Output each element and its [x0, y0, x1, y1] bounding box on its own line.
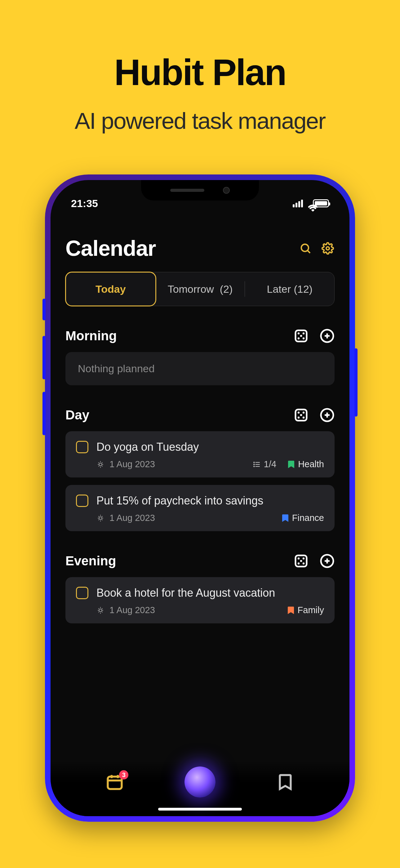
gear-icon — [322, 242, 334, 254]
svg-point-47 — [303, 558, 304, 559]
svg-point-6 — [300, 335, 302, 337]
sun-icon — [96, 606, 104, 614]
page-title: Calendar — [65, 236, 156, 261]
empty-state: Nothing planned — [65, 352, 335, 385]
battery-icon — [313, 199, 329, 207]
svg-point-0 — [301, 244, 308, 251]
task-tag: Health — [288, 459, 324, 469]
task-checkbox[interactable] — [76, 587, 88, 599]
section-title-evening: Evening — [65, 554, 116, 568]
phone-volume-up — [42, 336, 45, 379]
svg-line-59 — [99, 608, 99, 609]
task-title: Do yoga on Tuesday — [96, 440, 199, 454]
bookmark-icon — [287, 606, 295, 615]
add-task-button[interactable] — [320, 329, 335, 343]
svg-line-44 — [102, 516, 102, 517]
svg-point-15 — [300, 414, 302, 416]
status-icons — [293, 199, 329, 207]
dice-icon — [294, 329, 308, 343]
status-time: 21:35 — [71, 197, 98, 210]
section-title-day: Day — [65, 408, 89, 423]
nav-saved-button[interactable] — [276, 773, 295, 791]
nav-calendar-button[interactable]: 3 — [105, 773, 124, 791]
tag-label: Finance — [292, 513, 324, 523]
search-button[interactable] — [299, 242, 312, 255]
svg-point-17 — [303, 416, 304, 418]
section-title-morning: Morning — [65, 329, 117, 343]
bookmark-icon — [276, 773, 295, 791]
front-camera — [223, 187, 230, 194]
svg-line-28 — [99, 466, 99, 466]
tab-today[interactable]: Today — [65, 272, 156, 306]
shuffle-button[interactable] — [294, 554, 308, 568]
notch — [141, 180, 259, 200]
task-date: 1 Aug 2023 — [109, 513, 155, 523]
phone-volume-down — [42, 392, 45, 435]
speaker — [170, 189, 204, 192]
svg-point-46 — [298, 558, 300, 559]
task-title: Put 15% of paycheck into savings — [96, 494, 263, 507]
plus-circle-icon — [320, 554, 335, 568]
task-card[interactable]: Put 15% of paycheck into savings 1 Aug 2… — [65, 485, 335, 531]
tab-tomorrow[interactable]: Tomorrow (2) — [156, 272, 245, 306]
svg-point-50 — [303, 562, 304, 564]
task-date: 1 Aug 2023 — [109, 459, 155, 469]
task-card[interactable]: Do yoga on Tuesday 1 Aug 2023 1/4 Health — [65, 431, 335, 477]
svg-line-29 — [102, 462, 102, 463]
svg-point-16 — [298, 416, 300, 418]
plus-circle-icon — [320, 408, 335, 423]
sun-icon — [96, 460, 104, 468]
page-header: Calendar — [65, 236, 335, 261]
svg-point-21 — [99, 463, 102, 466]
cellular-signal-icon — [293, 199, 303, 207]
shuffle-button[interactable] — [294, 329, 308, 343]
add-task-button[interactable] — [320, 408, 335, 423]
promo-subtitle: AI powered task manager — [75, 107, 326, 134]
tab-later-count: (12) — [294, 283, 312, 295]
dice-icon — [294, 554, 308, 568]
bookmark-icon — [288, 460, 295, 469]
sun-icon — [96, 514, 104, 522]
bookmark-icon — [281, 514, 289, 523]
section-day: Day Do yoga on Tuesday — [65, 408, 335, 531]
svg-point-33 — [254, 462, 254, 463]
settings-button[interactable] — [321, 242, 335, 255]
subtask-count: 1/4 — [264, 459, 276, 469]
search-icon — [299, 242, 312, 254]
dice-icon — [294, 408, 308, 423]
shuffle-button[interactable] — [294, 408, 308, 423]
svg-point-34 — [254, 464, 254, 464]
ai-assistant-button[interactable] — [185, 767, 215, 798]
task-checkbox[interactable] — [76, 441, 88, 453]
svg-point-49 — [298, 562, 300, 564]
tab-tomorrow-count: (2) — [220, 283, 233, 295]
svg-line-61 — [99, 612, 99, 612]
promo-title: Hubit Plan — [114, 51, 286, 93]
svg-point-7 — [298, 337, 300, 339]
tab-later-label: Later — [267, 283, 291, 295]
task-card[interactable]: Book a hotel for the August vacation 1 A… — [65, 577, 335, 623]
phone-power-button — [355, 348, 358, 416]
svg-point-2 — [326, 247, 329, 250]
tab-later[interactable]: Later (12) — [245, 272, 334, 306]
nav-badge: 3 — [119, 770, 128, 779]
phone-mute-switch — [42, 299, 45, 320]
svg-line-26 — [99, 462, 99, 463]
tag-label: Family — [298, 605, 324, 615]
day-tabs: Today Tomorrow (2) Later (12) — [65, 272, 335, 306]
task-title: Book a hotel for the August vacation — [96, 586, 275, 599]
tab-tomorrow-label: Tomorrow — [168, 283, 214, 295]
task-checkbox[interactable] — [76, 495, 88, 507]
svg-line-42 — [102, 519, 102, 520]
add-task-button[interactable] — [320, 554, 335, 568]
svg-point-54 — [99, 609, 102, 612]
task-tag: Finance — [281, 513, 324, 523]
list-icon — [253, 460, 261, 468]
svg-line-1 — [308, 251, 310, 253]
svg-rect-63 — [108, 777, 122, 789]
svg-point-8 — [303, 337, 304, 339]
subtask-progress: 1/4 — [253, 459, 276, 469]
home-indicator[interactable] — [158, 808, 242, 811]
svg-line-60 — [102, 612, 102, 612]
svg-point-48 — [300, 560, 302, 562]
